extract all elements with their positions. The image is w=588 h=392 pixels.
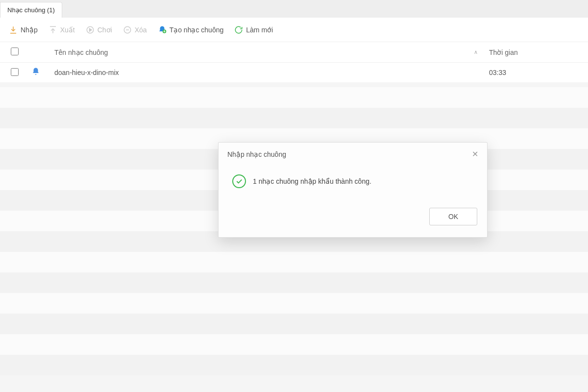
- import-icon: [9, 25, 18, 34]
- create-label: Tạo nhạc chuông: [170, 26, 224, 34]
- refresh-icon: [234, 25, 243, 34]
- table-header: Tên nhạc chuông ∧ Thời gian: [0, 42, 588, 63]
- bell-plus-icon: [158, 25, 167, 34]
- success-check-icon: [232, 174, 246, 188]
- import-success-dialog: Nhập nhạc chuông ✕ 1 nhạc chuông nhập kh…: [218, 142, 488, 238]
- tab-bar: Nhạc chuông (1): [0, 0, 588, 18]
- header-name[interactable]: Tên nhạc chuông: [52, 49, 463, 56]
- export-icon: [49, 25, 57, 34]
- delete-label: Xóa: [135, 26, 147, 34]
- play-icon: [86, 25, 95, 34]
- ok-button[interactable]: OK: [429, 208, 477, 225]
- sort-indicator-icon[interactable]: ∧: [468, 49, 483, 55]
- table-row[interactable]: doan-hieu-x-dino-mix 03:33: [0, 63, 588, 82]
- row-name: doan-hieu-x-dino-mix: [52, 69, 463, 76]
- import-button[interactable]: Nhập: [9, 25, 38, 34]
- tab-label: Nhạc chuông (1): [7, 6, 55, 14]
- toolbar: Nhập Xuất Chơi Xóa Tạo nhạc chuông Làm m…: [0, 18, 588, 42]
- tab-ringtones[interactable]: Nhạc chuông (1): [0, 2, 62, 18]
- dialog-title: Nhập nhạc chuông: [227, 150, 286, 158]
- delete-button: Xóa: [123, 25, 147, 34]
- ringtone-list: doan-hieu-x-dino-mix 03:33: [0, 63, 588, 82]
- export-label: Xuất: [60, 26, 75, 34]
- row-checkbox[interactable]: [11, 68, 19, 76]
- play-label: Chơi: [98, 26, 112, 34]
- create-ringtone-button[interactable]: Tạo nhạc chuông: [158, 25, 224, 34]
- row-time: 03:33: [489, 69, 577, 76]
- export-button: Xuất: [49, 25, 75, 34]
- import-label: Nhập: [21, 26, 38, 34]
- delete-icon: [123, 25, 132, 34]
- refresh-button[interactable]: Làm mới: [234, 25, 273, 34]
- select-all-checkbox[interactable]: [11, 48, 19, 55]
- refresh-label: Làm mới: [246, 26, 273, 34]
- dialog-message: 1 nhạc chuông nhập khẩu thành công.: [253, 177, 371, 185]
- ok-label: OK: [448, 213, 458, 220]
- close-icon[interactable]: ✕: [472, 149, 478, 159]
- play-button: Chơi: [86, 25, 112, 34]
- header-time[interactable]: Thời gian: [489, 49, 577, 56]
- bell-icon: [31, 67, 40, 76]
